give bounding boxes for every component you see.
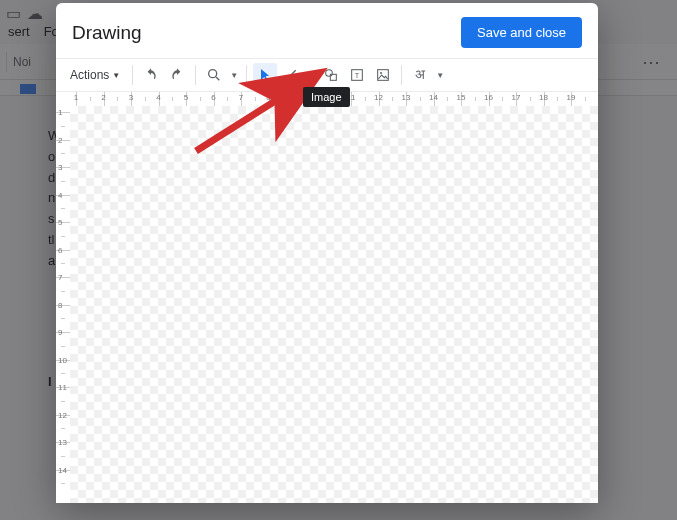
line-icon (283, 67, 299, 83)
ruler-label: 10 (319, 93, 328, 102)
drawing-toolbar: Actions▼ ▼ ▼ T अ (56, 58, 598, 92)
svg-text:T: T (355, 71, 360, 80)
ruler-label: 9 (58, 328, 62, 337)
actions-menu-button[interactable]: Actions▼ (64, 64, 126, 86)
ruler-label: 11 (58, 383, 67, 392)
modal-title: Drawing (72, 22, 142, 44)
ruler-label: 14 (58, 465, 67, 474)
drawing-canvas[interactable] (70, 106, 598, 503)
drawing-modal: Drawing Save and close Actions▼ ▼ ▼ T (56, 3, 598, 503)
line-tool-button[interactable] (279, 63, 303, 87)
cursor-icon (257, 67, 273, 83)
select-tool-button[interactable] (253, 63, 277, 87)
ruler-label: 13 (58, 438, 67, 447)
devanagari-icon: अ (415, 67, 425, 83)
ruler-label: 5 (184, 93, 188, 102)
zoom-icon (206, 67, 222, 83)
ruler-label: 3 (58, 163, 62, 172)
ruler-label: 2 (101, 93, 105, 102)
ruler-label: 9 (294, 93, 298, 102)
horizontal-ruler: 12345678910111213141516171819 (70, 92, 598, 106)
ruler-label: 7 (58, 273, 62, 282)
ruler-label: 19 (567, 93, 576, 102)
ruler-label: 11 (347, 93, 356, 102)
line-dropdown[interactable]: ▼ (305, 63, 317, 87)
shape-icon (323, 67, 339, 83)
ruler-label: 15 (457, 93, 466, 102)
redo-button[interactable] (165, 63, 189, 87)
script-dropdown[interactable]: ▼ (434, 63, 446, 87)
ruler-label: 12 (58, 410, 67, 419)
ruler-label: 4 (156, 93, 160, 102)
ruler-label: 8 (266, 93, 270, 102)
ruler-label: 3 (129, 93, 133, 102)
ruler-label: 1 (58, 108, 62, 117)
image-button[interactable] (371, 63, 395, 87)
ruler-label: 4 (58, 190, 62, 199)
redo-icon (169, 67, 185, 83)
zoom-dropdown[interactable]: ▼ (228, 63, 240, 87)
ruler-label: 7 (239, 93, 243, 102)
shape-tool-button[interactable] (319, 63, 343, 87)
zoom-button[interactable] (202, 63, 226, 87)
ruler-label: 16 (484, 93, 493, 102)
svg-point-3 (326, 70, 333, 77)
script-button[interactable]: अ (408, 63, 432, 87)
svg-rect-7 (378, 70, 389, 81)
ruler-label: 2 (58, 135, 62, 144)
undo-icon (143, 67, 159, 83)
text-box-icon: T (349, 67, 365, 83)
ruler-label: 10 (58, 355, 67, 364)
undo-button[interactable] (139, 63, 163, 87)
image-icon (375, 67, 391, 83)
ruler-label: 6 (58, 245, 62, 254)
save-and-close-button[interactable]: Save and close (461, 17, 582, 48)
svg-line-1 (216, 77, 219, 80)
svg-point-8 (380, 72, 382, 74)
ruler-label: 6 (211, 93, 215, 102)
vertical-ruler: 1234567891011121314 (56, 106, 70, 503)
ruler-label: 18 (539, 93, 548, 102)
ruler-label: 12 (374, 93, 383, 102)
ruler-label: 17 (512, 93, 521, 102)
svg-line-2 (287, 70, 296, 79)
ruler-label: 13 (402, 93, 411, 102)
ruler-label: 1 (74, 93, 78, 102)
ruler-label: 5 (58, 218, 62, 227)
svg-point-0 (209, 70, 217, 78)
ruler-label: 14 (429, 93, 438, 102)
ruler-label: 8 (58, 300, 62, 309)
text-box-button[interactable]: T (345, 63, 369, 87)
